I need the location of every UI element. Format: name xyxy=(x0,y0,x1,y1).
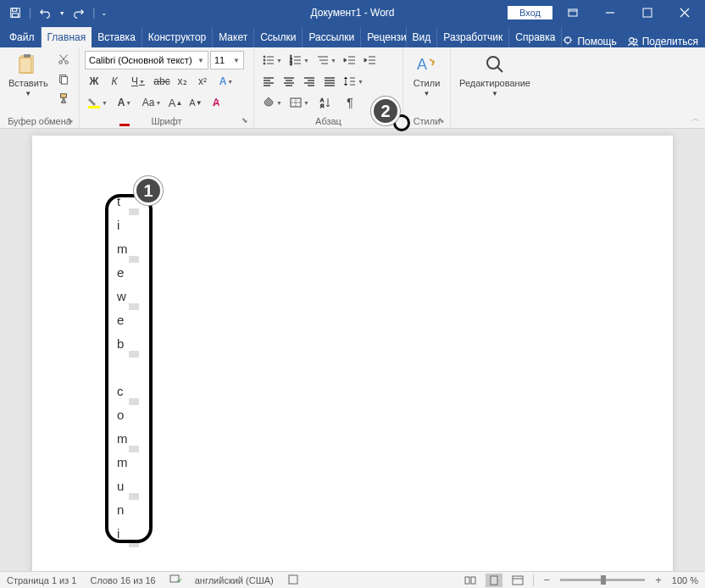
undo-dropdown-icon[interactable]: ▼ xyxy=(57,3,67,23)
svg-text:3: 3 xyxy=(290,61,292,66)
char[interactable]: n xyxy=(114,502,139,525)
char[interactable]: c xyxy=(114,383,139,407)
tab-mailings[interactable]: Рассылки xyxy=(303,27,361,47)
text-effects-icon[interactable]: A▼ xyxy=(214,72,239,91)
save-icon[interactable] xyxy=(5,3,25,23)
char[interactable]: o xyxy=(114,407,139,430)
font-color-icon[interactable]: A▼ xyxy=(112,93,137,112)
page-status[interactable]: Страница 1 из 1 xyxy=(7,575,76,585)
char[interactable]: w xyxy=(114,288,139,312)
login-button[interactable]: Вход xyxy=(508,6,552,19)
share-label: Поделиться xyxy=(642,36,698,47)
svg-rect-1 xyxy=(13,8,17,12)
font-name-value: Calibri (Основной текст) xyxy=(89,55,192,65)
underline-button[interactable]: Ч▼ xyxy=(125,72,151,91)
tell-me-button[interactable]: Помощь xyxy=(562,36,616,47)
char[interactable]: m xyxy=(114,241,139,264)
styles-launcher-icon[interactable]: ⬊ xyxy=(438,116,448,126)
tab-insert[interactable]: Вставка xyxy=(92,27,142,47)
close-icon[interactable] xyxy=(668,0,702,25)
char[interactable]: i xyxy=(114,525,139,549)
char[interactable]: e xyxy=(114,312,139,336)
char[interactable]: u xyxy=(114,478,139,502)
tab-developer[interactable]: Разработчик xyxy=(437,27,509,47)
shrink-font-icon[interactable]: A▼ xyxy=(186,93,205,112)
svg-point-17 xyxy=(264,56,265,58)
clipboard-launcher-icon[interactable]: ⬊ xyxy=(67,116,77,126)
tab-design[interactable]: Конструктор xyxy=(142,27,213,47)
format-painter-icon[interactable] xyxy=(55,90,72,107)
word-count[interactable]: Слово 16 из 16 xyxy=(90,575,155,585)
redo-icon[interactable] xyxy=(69,3,89,23)
zoom-slider[interactable] xyxy=(560,579,645,581)
language-status[interactable]: английский (США) xyxy=(195,575,274,585)
borders-icon[interactable]: ▼ xyxy=(286,93,312,112)
cut-icon[interactable] xyxy=(55,51,72,68)
char[interactable]: i xyxy=(114,217,139,241)
multilevel-list-icon[interactable]: ▼ xyxy=(314,51,339,69)
increase-indent-icon[interactable] xyxy=(361,51,380,69)
grow-font-icon[interactable]: A▲ xyxy=(166,93,185,112)
share-button[interactable]: Поделиться xyxy=(627,36,698,47)
bold-button[interactable]: Ж xyxy=(85,72,103,91)
read-mode-icon[interactable] xyxy=(462,574,479,587)
svg-rect-30 xyxy=(465,577,469,584)
font-launcher-icon[interactable]: ⬊ xyxy=(241,116,252,126)
font-size-combo[interactable]: 11▼ xyxy=(210,51,244,69)
sort-icon[interactable]: AЯ xyxy=(314,93,339,112)
document-area[interactable]: t i m e w e b c o m m u n i xyxy=(0,129,705,571)
strikethrough-button[interactable]: abc xyxy=(153,72,171,91)
clear-formatting-icon[interactable]: A̷ xyxy=(207,93,225,112)
change-case-icon[interactable]: Aa▼ xyxy=(139,93,164,112)
align-right-icon[interactable] xyxy=(300,72,319,91)
zoom-level[interactable]: 100 % xyxy=(672,575,698,585)
tab-layout[interactable]: Макет xyxy=(213,27,254,47)
tab-home[interactable]: Главная xyxy=(42,27,92,47)
tab-review[interactable]: Рецензирование xyxy=(361,27,406,47)
page[interactable]: t i m e w e b c o m m u n i xyxy=(32,136,673,571)
subscript-button[interactable]: x₂ xyxy=(173,72,192,91)
decrease-indent-icon[interactable] xyxy=(341,51,359,69)
paste-button[interactable]: Вставить ▼ xyxy=(5,51,52,99)
qat-customize-icon[interactable]: ⌄ xyxy=(98,3,110,23)
show-marks-icon[interactable]: ¶ xyxy=(341,93,359,112)
font-name-combo[interactable]: Calibri (Основной текст)▼ xyxy=(85,51,208,69)
zoom-out-button[interactable]: − xyxy=(541,574,554,586)
copy-icon[interactable] xyxy=(55,70,72,87)
vertical-text-selection[interactable]: t i m e w e b c o m m u n i xyxy=(114,193,139,549)
align-left-icon[interactable] xyxy=(259,72,278,91)
tab-file[interactable]: Файл xyxy=(3,27,42,47)
undo-icon[interactable] xyxy=(35,3,55,23)
annotation-bubble-1: 1 xyxy=(134,176,163,205)
align-center-icon[interactable] xyxy=(280,72,298,91)
italic-button[interactable]: К xyxy=(105,72,124,91)
tab-references[interactable]: Ссылки xyxy=(254,27,303,47)
editing-button[interactable]: Редактирование ▼ xyxy=(456,51,534,99)
shading-icon[interactable]: ▼ xyxy=(259,93,285,112)
maximize-icon[interactable] xyxy=(630,0,664,25)
minimize-icon[interactable] xyxy=(593,0,627,25)
char[interactable]: b xyxy=(114,336,139,359)
tab-help[interactable]: Справка xyxy=(509,27,562,47)
char[interactable]: m xyxy=(114,430,139,454)
web-layout-icon[interactable] xyxy=(509,574,526,587)
editing-label: Редактирование xyxy=(459,78,530,88)
justify-icon[interactable] xyxy=(320,72,339,91)
char[interactable]: e xyxy=(114,264,139,288)
bullets-icon[interactable]: ▼ xyxy=(259,51,285,69)
zoom-in-button[interactable]: + xyxy=(652,574,665,586)
print-layout-icon[interactable] xyxy=(486,574,502,587)
highlight-icon[interactable]: ▼ xyxy=(85,93,110,112)
char[interactable]: m xyxy=(114,454,139,478)
superscript-button[interactable]: x² xyxy=(193,72,212,91)
styles-button[interactable]: A Стили ▼ xyxy=(410,51,444,99)
accessibility-icon[interactable] xyxy=(287,574,299,586)
styles-label: Стили xyxy=(414,78,441,88)
collapse-ribbon-icon[interactable]: ︿ xyxy=(691,113,700,125)
ribbon-display-icon[interactable] xyxy=(556,0,590,25)
line-spacing-icon[interactable]: ▼ xyxy=(341,72,366,91)
tab-view[interactable]: Вид xyxy=(407,27,438,47)
spellcheck-icon[interactable] xyxy=(169,574,181,586)
numbering-icon[interactable]: 123▼ xyxy=(286,51,312,69)
char[interactable] xyxy=(114,359,139,383)
